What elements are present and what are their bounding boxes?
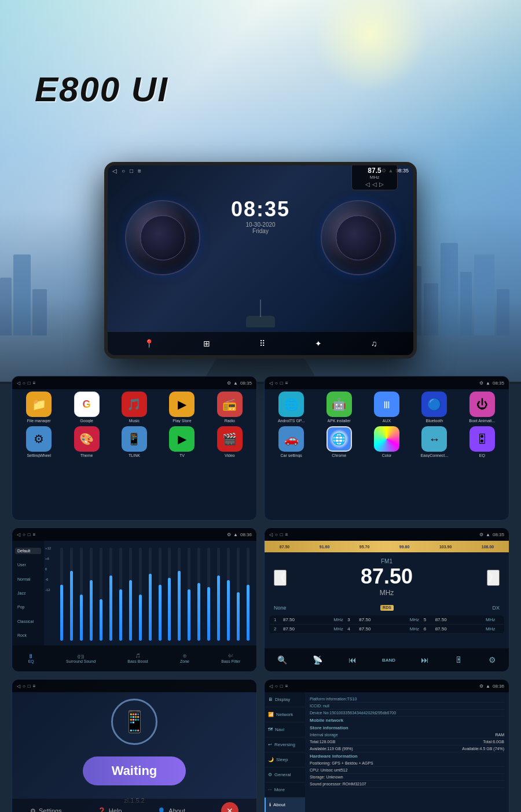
radio-skip-fwd-icon[interactable]: ⏭ xyxy=(421,655,429,665)
eq-tab-surround[interactable]: ((·)) Surround Sound xyxy=(66,654,96,663)
app-tv[interactable]: ▶ TV xyxy=(160,426,204,457)
panel2-status-icons: ⚙ ▲ 08:35 xyxy=(479,381,504,386)
eq-bar-8[interactable] xyxy=(126,548,134,641)
panel4-nav-icons: ◁ ○ □ ≡ xyxy=(269,532,288,537)
radio-search-icon[interactable]: 🔍 xyxy=(277,655,287,665)
eq-bar-14[interactable] xyxy=(185,548,193,641)
knob-right[interactable]: 87.5 MHz ◁◁▷ xyxy=(321,200,396,275)
app-file-manager[interactable]: 📁 File manager xyxy=(17,392,61,423)
app-color[interactable]: Color xyxy=(365,426,409,457)
radio-equalizer-icon[interactable]: 🎚 xyxy=(455,655,463,665)
eq-tab-zone[interactable]: ◎ Zone xyxy=(180,654,189,663)
eq-tab-bass-filter[interactable]: 🎶 Bass Filter xyxy=(221,654,240,663)
settings-bottom-btn[interactable]: ⚙ Settings xyxy=(30,807,62,813)
sysinfo-general[interactable]: ⚙ General xyxy=(265,767,305,783)
app-playstore[interactable]: ▶ Play Store xyxy=(160,392,204,423)
p4-menu-icon: ≡ xyxy=(285,532,288,537)
eq-preset-rock[interactable]: Rock xyxy=(15,632,41,638)
app-androits[interactable]: 🌐 AndroITS GP... xyxy=(269,392,313,423)
sysinfo-sleep[interactable]: 🌙 Sleep xyxy=(265,752,305,767)
eq-bar-18[interactable] xyxy=(224,548,232,641)
eq-bar-9[interactable] xyxy=(136,548,144,641)
eq-preset-pop[interactable]: Pop xyxy=(15,604,41,610)
about-bottom-btn[interactable]: 👤 About xyxy=(157,807,185,813)
app-music[interactable]: 🎵 Music xyxy=(112,392,156,423)
knob-left[interactable] xyxy=(125,200,200,275)
app-radio[interactable]: 📻 Radio xyxy=(208,392,252,423)
sysinfo-reversing[interactable]: ↩ Reversing xyxy=(265,737,305,752)
app-icon-car-settings: 🚗 xyxy=(278,426,304,452)
sysinfo-deviceno: Device No:15010033563434d4202fd295db6700 xyxy=(310,711,504,717)
radio-band-btn[interactable]: BAND xyxy=(382,658,395,663)
eq-preset-default[interactable]: Default xyxy=(15,548,41,554)
eq-bar-7[interactable] xyxy=(116,548,124,641)
app-settingwheel[interactable]: ⚙ SettingWheel xyxy=(17,426,61,457)
p2-home-icon: ○ xyxy=(275,381,278,386)
eq-bar-20[interactable] xyxy=(244,548,252,641)
eq-bar-6[interactable] xyxy=(107,548,115,641)
eq-main-area: +12+60-6-12 xyxy=(44,541,256,645)
radio-prev-btn[interactable]: 《 xyxy=(274,570,287,586)
sysinfo-network[interactable]: 📶 Network xyxy=(265,707,305,722)
radio-preset-2[interactable]: 2 87.50 MHz 4 87.50 MHz 6 87.50 MHz xyxy=(269,625,504,634)
deviceno-text: Device No:15010033563434d4202fd295db6700 xyxy=(310,711,396,715)
sysinfo-about[interactable]: ℹ About xyxy=(265,798,305,812)
freq-marker-3: 95.70 xyxy=(359,545,370,549)
eq-preset-user[interactable]: User xyxy=(15,562,41,568)
app-chrome[interactable]: 🌐 Chrome xyxy=(317,426,361,457)
sun-glow xyxy=(313,0,428,93)
eq-preset-jazz[interactable]: Jazz xyxy=(15,590,41,596)
app-aux[interactable]: ||| AUX xyxy=(365,392,409,423)
eq-bar-10[interactable] xyxy=(146,548,154,641)
eq-bar-11[interactable] xyxy=(156,548,164,641)
app-boot-anim[interactable]: ⏻ Boot Animati... xyxy=(460,392,504,423)
eq-tab-bass-boost[interactable]: 🎵 Bass Boost xyxy=(127,654,148,663)
app-car-settings[interactable]: 🚗 Car settings xyxy=(269,426,313,457)
app-eq[interactable]: 🎛 EQ xyxy=(460,426,504,457)
radio-settings-icon[interactable]: ⚙ xyxy=(489,655,496,665)
eq-bar-1[interactable] xyxy=(58,548,66,641)
waiting-button[interactable]: Waiting xyxy=(83,756,186,785)
sysinfo-navi[interactable]: 🗺 Navi xyxy=(265,722,305,737)
radio-preset-1[interactable]: 1 87.50 MHz 3 87.50 MHz 5 87.50 MHz xyxy=(269,615,504,625)
app-label-video: Video xyxy=(225,453,235,457)
p4-square-icon: □ xyxy=(280,532,283,537)
eq-bar-15[interactable] xyxy=(195,548,203,641)
app-label-playstore: Play Store xyxy=(173,419,191,423)
positioning-val: Positioning: GPS + Beidou + AGPS xyxy=(310,761,373,765)
radio-skip-back-icon[interactable]: ⏮ xyxy=(348,655,357,665)
radio-next-btn[interactable]: 》 xyxy=(487,570,500,586)
radio-antenna-icon[interactable]: 📡 xyxy=(313,655,322,665)
eq-bar-17[interactable] xyxy=(215,548,223,641)
eq-bar-2[interactable] xyxy=(68,548,76,641)
app-label-easyconnect: EasyConnect... xyxy=(421,453,448,457)
app-bluetooth[interactable]: 🔵 Bluetooth xyxy=(412,392,456,423)
eq-preset-normal[interactable]: Normal xyxy=(15,576,41,582)
eq-tab-eq[interactable]: 🎛 EQ xyxy=(28,654,34,663)
store-info-title: Store information xyxy=(310,725,504,730)
eq-bar-3[interactable] xyxy=(78,548,86,641)
app-google[interactable]: G Google xyxy=(64,392,108,423)
eq-bar-13[interactable] xyxy=(175,548,184,641)
app-tlink[interactable]: 📱 TLINK xyxy=(112,426,156,457)
app-easyconnect[interactable]: ↔ EasyConnect... xyxy=(412,426,456,457)
reversing-icon: ↩ xyxy=(268,742,272,747)
close-circle-btn[interactable]: ✕ xyxy=(221,802,239,812)
app-theme[interactable]: 🎨 Theme xyxy=(64,426,108,457)
help-icon: ❓ xyxy=(98,807,106,813)
eq-preset-classical[interactable]: Classical xyxy=(15,618,41,625)
eq-bar-16[interactable] xyxy=(205,548,213,641)
music-icon: ♫ xyxy=(371,339,377,348)
sysinfo-more[interactable]: ··· More xyxy=(265,783,305,798)
sysinfo-display[interactable]: 🖥 Display xyxy=(265,692,305,707)
app-video[interactable]: 🎬 Video xyxy=(208,426,252,457)
iccid-text: ICCID: null xyxy=(310,704,329,708)
eq-bar-4[interactable] xyxy=(87,548,96,641)
app-icon-settingwheel: ⚙ xyxy=(26,426,52,452)
app-apk[interactable]: 🤖 APK installer xyxy=(317,392,361,423)
app-icon-apk: 🤖 xyxy=(326,392,352,417)
eq-bar-5[interactable] xyxy=(97,548,105,641)
help-bottom-btn[interactable]: ❓ Help xyxy=(98,807,122,813)
eq-bar-19[interactable] xyxy=(234,548,242,641)
eq-bar-12[interactable] xyxy=(166,548,174,641)
